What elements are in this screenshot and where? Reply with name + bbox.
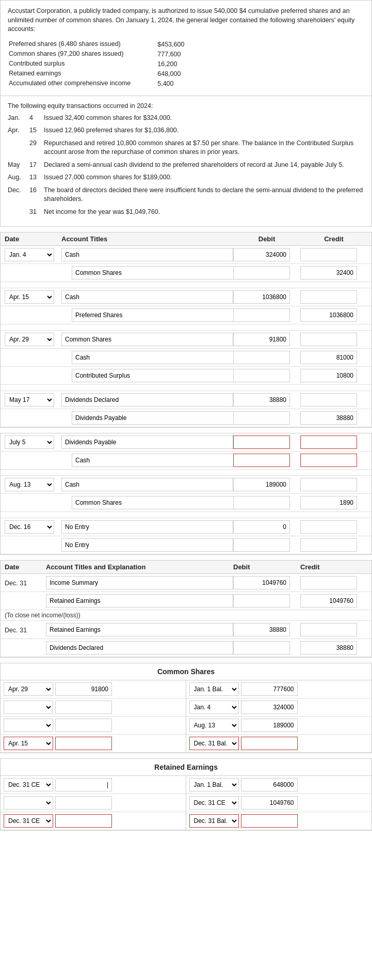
amount-input[interactable]: [300, 623, 357, 636]
account-input[interactable]: [61, 290, 233, 304]
amount-input[interactable]: [233, 478, 290, 491]
amount-input[interactable]: [233, 454, 290, 467]
amount-input[interactable]: [233, 538, 290, 552]
account-input[interactable]: [72, 308, 244, 322]
account-input[interactable]: [72, 351, 244, 364]
account-input[interactable]: [61, 333, 233, 346]
amount-input[interactable]: [300, 248, 357, 261]
amount-input[interactable]: [233, 594, 290, 608]
amount-input[interactable]: [233, 520, 290, 534]
date-select[interactable]: Jan. 4Apr. 15Apr. 29May 17July 5Aug. 13D…: [5, 248, 54, 261]
amount-input[interactable]: [233, 411, 290, 425]
amount-input[interactable]: [233, 333, 290, 346]
account-input[interactable]: [72, 496, 244, 509]
amount-input[interactable]: [233, 623, 290, 636]
amount-input[interactable]: [300, 393, 357, 407]
account-input[interactable]: [61, 520, 233, 534]
account-input[interactable]: [61, 478, 233, 491]
date-select[interactable]: Jan. 4Apr. 15Apr. 29May 17July 5Aug. 13D…: [4, 778, 53, 791]
amount-input[interactable]: [241, 814, 298, 828]
date-select[interactable]: Jan. 4Apr. 15Apr. 29May 17July 5Aug. 13D…: [5, 520, 54, 534]
amount-input[interactable]: [300, 435, 357, 449]
amount-input[interactable]: [300, 369, 357, 382]
amount-input[interactable]: [300, 266, 357, 279]
amount-input[interactable]: [300, 496, 357, 509]
transaction-item: 29Repurchased and retired 10,800 common …: [8, 139, 364, 157]
date-select[interactable]: Jan. 4Apr. 15Apr. 29May 17July 5Aug. 13D…: [4, 719, 53, 732]
date-select[interactable]: Jan. 4Apr. 15Apr. 29May 17July 5Aug. 13D…: [5, 393, 54, 407]
account-input[interactable]: [61, 435, 233, 449]
account-input[interactable]: [46, 576, 233, 589]
amount-input[interactable]: [55, 701, 112, 714]
amount-input[interactable]: [55, 682, 112, 696]
amount-input[interactable]: [300, 454, 357, 467]
amount-input[interactable]: [233, 393, 290, 407]
amount-input[interactable]: [300, 576, 357, 589]
retained-earnings-body: Jan. 4Apr. 15Apr. 29May 17July 5Aug. 13D…: [1, 776, 371, 830]
amount-input[interactable]: [241, 682, 298, 696]
amount-input[interactable]: [55, 778, 112, 791]
ledger-date-cell: Jan. 4Apr. 15Apr. 29May 17July 5Aug. 13D…: [4, 778, 55, 791]
account-input[interactable]: [61, 393, 233, 407]
amount-input[interactable]: [241, 778, 298, 791]
amount-input[interactable]: [300, 333, 357, 346]
date-select[interactable]: Jan. 4Apr. 15Apr. 29May 17July 5Aug. 13D…: [5, 290, 54, 304]
amount-input[interactable]: [55, 796, 112, 810]
account-input[interactable]: [72, 411, 244, 425]
date-select[interactable]: Jan. 4Apr. 15Apr. 29May 17July 5Aug. 13D…: [189, 701, 239, 714]
date-select[interactable]: Jan. 4Apr. 15Apr. 29May 17July 5Aug. 13D…: [4, 701, 53, 714]
account-input[interactable]: [72, 454, 244, 467]
amount-input[interactable]: [300, 520, 357, 534]
amount-input[interactable]: [233, 351, 290, 364]
amount-input[interactable]: [300, 594, 357, 608]
account-input[interactable]: [72, 266, 244, 279]
amount-input[interactable]: [241, 701, 298, 714]
amount-input[interactable]: [233, 496, 290, 509]
date-select[interactable]: Jan. 4Apr. 15Apr. 29May 17July 5Aug. 13D…: [189, 796, 239, 810]
amount-input[interactable]: [55, 737, 112, 750]
amount-input[interactable]: [233, 369, 290, 382]
amount-input[interactable]: [300, 351, 357, 364]
amount-input[interactable]: [233, 290, 290, 304]
ledger-row: Jan. 4Apr. 15Apr. 29May 17July 5Aug. 13D…: [186, 812, 372, 830]
account-input[interactable]: [46, 623, 233, 636]
amount-input[interactable]: [233, 576, 290, 589]
amount-input[interactable]: [300, 478, 357, 491]
account-input[interactable]: [61, 248, 233, 261]
account-input[interactable]: [46, 641, 233, 655]
date-select[interactable]: Jan. 4Apr. 15Apr. 29May 17July 5Aug. 13D…: [189, 778, 239, 791]
date-select[interactable]: Jan. 4Apr. 15Apr. 29May 17July 5Aug. 13D…: [4, 737, 53, 750]
date-select[interactable]: Jan. 4Apr. 15Apr. 29May 17July 5Aug. 13D…: [189, 737, 239, 750]
amount-input[interactable]: [233, 248, 290, 261]
closing-account-cell: [46, 641, 233, 655]
amount-input[interactable]: [233, 266, 290, 279]
amount-input[interactable]: [233, 308, 290, 322]
date-select[interactable]: Jan. 4Apr. 15Apr. 29May 17July 5Aug. 13D…: [4, 796, 53, 810]
account-input[interactable]: [61, 538, 233, 552]
amount-input[interactable]: [300, 411, 357, 425]
amount-input[interactable]: [241, 737, 298, 750]
amount-input[interactable]: [55, 814, 112, 828]
amount-input[interactable]: [233, 435, 290, 449]
account-input[interactable]: [72, 369, 244, 382]
amount-input[interactable]: [233, 641, 290, 655]
amount-input[interactable]: [241, 796, 298, 810]
amount-input[interactable]: [55, 719, 112, 732]
amount-input[interactable]: [241, 719, 298, 732]
date-select[interactable]: Jan. 4Apr. 15Apr. 29May 17July 5Aug. 13D…: [189, 682, 239, 696]
trans-desc: Repurchased and retired 10,800 common sh…: [44, 139, 364, 157]
date-select[interactable]: Jan. 4Apr. 15Apr. 29May 17July 5Aug. 13D…: [4, 682, 53, 696]
amount-input[interactable]: [300, 538, 357, 552]
date-select[interactable]: Jan. 4Apr. 15Apr. 29May 17July 5Aug. 13D…: [189, 719, 239, 732]
date-select[interactable]: Jan. 4Apr. 15Apr. 29May 17July 5Aug. 13D…: [5, 478, 54, 491]
date-select[interactable]: Jan. 4Apr. 15Apr. 29May 17July 5Aug. 13D…: [5, 435, 54, 449]
date-select[interactable]: Jan. 4Apr. 15Apr. 29May 17July 5Aug. 13D…: [4, 814, 53, 828]
amount-input[interactable]: [300, 308, 357, 322]
journal-account-cell: [61, 266, 233, 279]
date-select[interactable]: Jan. 4Apr. 15Apr. 29May 17July 5Aug. 13D…: [189, 814, 239, 828]
amount-input[interactable]: [300, 290, 357, 304]
date-select[interactable]: Jan. 4Apr. 15Apr. 29May 17July 5Aug. 13D…: [5, 333, 54, 346]
journal-account-cell: [61, 411, 233, 425]
account-input[interactable]: [46, 594, 233, 608]
amount-input[interactable]: [300, 641, 357, 655]
